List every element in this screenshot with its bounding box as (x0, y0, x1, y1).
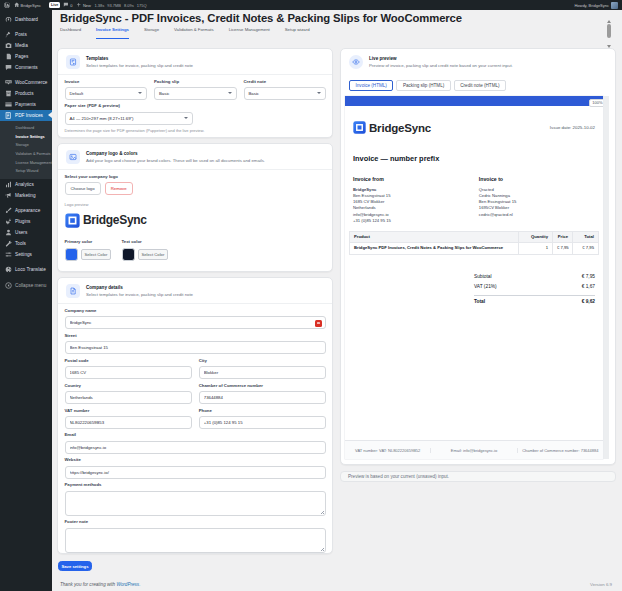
vat-number-value[interactable] (70, 420, 187, 425)
city-input[interactable] (199, 366, 326, 379)
street-value[interactable] (70, 345, 322, 350)
page-scrollbar[interactable] (606, 24, 611, 42)
sidebar-item-payments[interactable]: Payments (0, 99, 52, 110)
choose-logo-button[interactable]: Choose logo (65, 182, 101, 195)
sidebar-item-marketing[interactable]: Marketing (0, 190, 52, 201)
tab-invoice-settings[interactable]: Invoice Settings (96, 27, 129, 39)
wp-version: Version 6.9 (590, 582, 612, 587)
payment-methods-textarea[interactable] (65, 491, 327, 516)
totals-row: VAT (21%)€ 1,67 (474, 281, 595, 292)
vat-label: VAT (21%) (474, 284, 497, 289)
collapse-menu-button[interactable]: Collapse menu (0, 280, 52, 291)
website-input[interactable] (65, 466, 327, 479)
details-card-subtitle: Select templates for invoice, packing sl… (86, 292, 193, 297)
submenu-item-invoice-settings[interactable]: Invoice Settings (0, 132, 52, 141)
payment-methods-value[interactable] (66, 492, 326, 515)
sidebar-item-appearance[interactable]: Appearance (0, 205, 52, 216)
tab-license-management[interactable]: License Management (229, 27, 270, 39)
sidebar-item-loco-translate[interactable]: Loco Translate (0, 264, 52, 275)
packing-template-select[interactable]: Basic (154, 87, 237, 100)
phone-input[interactable] (199, 416, 326, 429)
email-value[interactable] (70, 445, 322, 450)
submenu-item-license-management[interactable]: License Management (0, 158, 52, 167)
company-name-value[interactable] (70, 320, 322, 325)
site-menu[interactable]: BridgeSync (14, 2, 41, 8)
resize-grip-icon[interactable] (321, 547, 325, 551)
home-icon (14, 2, 20, 8)
submenu-item-validation-formats[interactable]: Validation & Formats (0, 150, 52, 159)
tab-validation-formats[interactable]: Validation & Formats (174, 27, 214, 39)
credit-template-select[interactable]: Basic (244, 87, 327, 100)
sidebar-item-analytics[interactable]: Analytics (0, 179, 52, 190)
wordpress-link[interactable]: WordPress. (116, 582, 140, 587)
footer-note-textarea[interactable] (65, 528, 327, 553)
footer-note-value[interactable] (66, 529, 326, 552)
email-input[interactable] (65, 441, 327, 454)
country-value[interactable] (70, 395, 187, 400)
save-settings-button[interactable]: Save settings (58, 561, 92, 571)
sidebar-item-tools[interactable]: Tools (0, 238, 52, 249)
sidebar-item-users[interactable]: Users (0, 227, 52, 238)
qm-queries: 175Q (137, 3, 147, 8)
tab-storage[interactable]: Storage (144, 27, 159, 39)
sidebar-item-pages[interactable]: Pages (0, 51, 52, 62)
preview-tab-invoice[interactable]: Invoice (HTML) (349, 80, 393, 91)
postal-code-input[interactable] (65, 366, 192, 379)
preview-note: Preview is based on your current (unsave… (340, 471, 616, 482)
posts-icon (5, 31, 12, 38)
remove-logo-button[interactable]: Remove (105, 182, 133, 195)
country-input[interactable] (65, 391, 192, 404)
submenu-item-storage[interactable]: Storage (0, 141, 52, 150)
sidebar-item-settings[interactable]: Settings (0, 249, 52, 260)
resize-grip-icon[interactable] (321, 510, 325, 514)
preview-scrollbar-track[interactable] (603, 96, 609, 459)
preview-tab-credit-note[interactable]: Credit note (HTML) (454, 80, 506, 91)
new-content-menu[interactable]: New (76, 2, 91, 8)
sidebar-item-products[interactable]: Products (0, 88, 52, 99)
submenu-item-dashboard[interactable]: Dashboard (0, 124, 52, 133)
coc-number-value[interactable] (204, 395, 321, 400)
comments-menu[interactable]: 0 (63, 2, 72, 8)
marketing-icon (5, 192, 12, 199)
sidebar-item-plugins[interactable]: Plugins (0, 216, 52, 227)
browser-extension-icon[interactable] (315, 320, 322, 327)
my-account-menu[interactable]: Howdy, BridgeSync (574, 2, 622, 9)
coc-number-input[interactable] (199, 391, 326, 404)
wordpress-logo-icon[interactable] (4, 2, 10, 8)
street-input[interactable] (65, 341, 327, 354)
sidebar-item-pdf-invoices[interactable]: PDF Invoices (0, 110, 52, 121)
sidebar-item-dashboard[interactable]: Dashboard (0, 14, 52, 25)
text-color-button[interactable]: Select Color (138, 249, 169, 260)
chevron-down-icon (184, 117, 188, 119)
text-color-label: Text color (122, 240, 169, 245)
postal-code-value[interactable] (70, 370, 187, 375)
query-monitor-stats[interactable]: 1.38s 93.7MB 8.09s 175Q (94, 3, 146, 8)
sidebar-item-posts[interactable]: Posts (0, 29, 52, 40)
form-row: Postal code City (65, 359, 327, 379)
text-color-swatch[interactable] (122, 248, 135, 261)
vat-number-input[interactable] (65, 416, 192, 429)
paper-size-select[interactable]: A4 — 210×297 mm (8.27×11.69") (65, 112, 193, 125)
col-total: Total (573, 232, 599, 243)
scroll-up-icon[interactable] (607, 20, 611, 23)
city-value[interactable] (204, 370, 321, 375)
website-value[interactable] (70, 470, 322, 475)
tab-dashboard[interactable]: Dashboard (60, 27, 81, 39)
sidebar-item-media[interactable]: Media (0, 40, 52, 51)
tab-setup-wizard[interactable]: Setup wizard (285, 27, 310, 39)
primary-color-button[interactable]: Select Color (81, 249, 112, 260)
wordpress-admin-page: BridgeSync Live 0 New 1.38s 93.7MB 8.09s… (0, 0, 622, 591)
company-name-input[interactable] (65, 316, 327, 329)
sidebar-item-woocommerce[interactable]: WooCommerce (0, 77, 52, 88)
primary-color-swatch[interactable] (65, 248, 78, 261)
phone-value[interactable] (204, 420, 321, 425)
invoice-template-select[interactable]: Default (65, 87, 148, 100)
sidebar-item-comments[interactable]: Comments (0, 62, 52, 73)
comments-bubble-icon (63, 2, 69, 8)
submenu-item-setup-wizard[interactable]: Setup Wizard (0, 167, 52, 176)
scroll-thumb[interactable] (607, 24, 611, 38)
invoice-from-line: +31 (0)85 124 95 15 (353, 218, 479, 224)
scroll-down-icon[interactable] (607, 45, 611, 48)
preview-tab-packing-slip[interactable]: Packing slip (HTML) (396, 80, 450, 91)
preview-card-subtitle: Preview of invoice, packing slip and cre… (369, 63, 513, 68)
